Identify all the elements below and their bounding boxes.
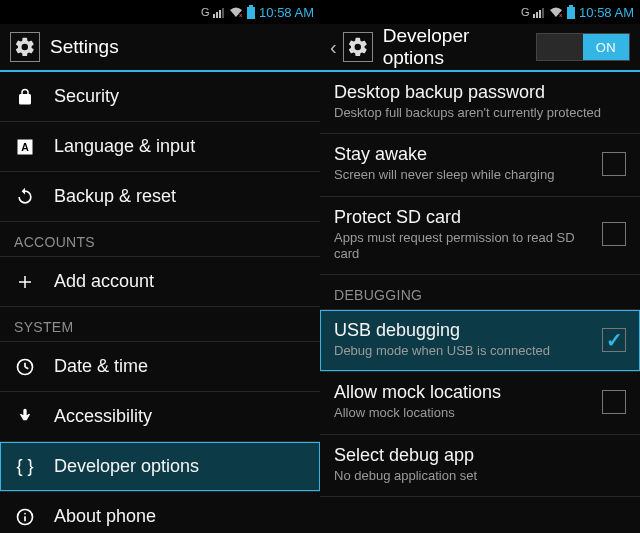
wifi-icon: x: [549, 6, 563, 18]
svg-rect-22: [569, 5, 573, 7]
row-usb-debugging[interactable]: USB debugging Debug mode when USB is con…: [320, 310, 640, 372]
svg-rect-0: [213, 14, 215, 18]
svg-point-16: [24, 512, 26, 514]
row-label: Language & input: [54, 136, 195, 157]
checkbox-protect-sd[interactable]: [602, 222, 626, 246]
refresh-icon: [14, 187, 36, 207]
battery-icon: [567, 5, 575, 19]
row-label: About phone: [54, 506, 156, 527]
info-icon: [14, 507, 36, 527]
svg-rect-17: [533, 14, 535, 18]
row-protect-sd-card[interactable]: Protect SD card Apps must request permis…: [320, 197, 640, 276]
lock-icon: [14, 88, 36, 106]
row-developer-options[interactable]: { } Developer options: [0, 442, 320, 492]
row-subtitle: No debug application set: [334, 468, 626, 484]
svg-line-13: [25, 367, 28, 369]
carrier-indicator: G: [521, 6, 529, 18]
settings-gear-icon[interactable]: [343, 32, 373, 62]
phone-developer-options: G x 10:58 AM ‹ Developer options ON Desk…: [320, 0, 640, 533]
battery-icon: [247, 5, 255, 19]
row-subtitle: Debug mode when USB is connected: [334, 343, 592, 359]
status-bar: G x 10:58 AM: [0, 0, 320, 24]
row-title: Stay awake: [334, 144, 592, 165]
row-select-debug-app[interactable]: Select debug app No debug application se…: [320, 435, 640, 497]
svg-rect-18: [536, 12, 538, 18]
row-title: Allow mock locations: [334, 382, 592, 403]
section-debugging: DEBUGGING: [320, 275, 640, 310]
svg-rect-23: [567, 7, 575, 19]
row-about-phone[interactable]: About phone: [0, 492, 320, 533]
section-system: SYSTEM: [0, 307, 320, 342]
row-label: Accessibility: [54, 406, 152, 427]
row-subtitle: Apps must request permission to read SD …: [334, 230, 592, 263]
clock-icon: [14, 357, 36, 377]
svg-rect-5: [249, 5, 253, 7]
carrier-indicator: G: [201, 6, 209, 18]
row-desktop-backup-password[interactable]: Desktop backup password Desktop full bac…: [320, 72, 640, 134]
svg-rect-2: [219, 10, 221, 18]
row-title: Desktop backup password: [334, 82, 626, 103]
row-security[interactable]: Security: [0, 72, 320, 122]
row-add-account[interactable]: Add account: [0, 257, 320, 307]
row-label: Developer options: [54, 456, 199, 477]
signal-icon: [213, 6, 225, 18]
row-label: Add account: [54, 271, 154, 292]
signal-icon: [533, 6, 545, 18]
checkbox-usb-debugging[interactable]: [602, 328, 626, 352]
row-backup[interactable]: Backup & reset: [0, 172, 320, 222]
header: ‹ Developer options ON: [320, 24, 640, 72]
svg-rect-1: [216, 12, 218, 18]
row-subtitle: Screen will never sleep while charging: [334, 167, 592, 183]
svg-text:A: A: [21, 140, 29, 152]
checkbox-mock-locations[interactable]: [602, 390, 626, 414]
row-allow-mock-locations[interactable]: Allow mock locations Allow mock location…: [320, 372, 640, 434]
checkbox-stay-awake[interactable]: [602, 152, 626, 176]
header: Settings: [0, 24, 320, 72]
a-box-icon: A: [14, 138, 36, 156]
toggle-on-side: ON: [583, 34, 629, 60]
clock: 10:58 AM: [259, 5, 314, 20]
settings-gear-icon: [10, 32, 40, 62]
back-icon[interactable]: ‹: [330, 36, 337, 59]
row-label: Date & time: [54, 356, 148, 377]
row-title: Select debug app: [334, 445, 626, 466]
page-title: Settings: [50, 36, 310, 58]
svg-rect-20: [542, 8, 544, 18]
row-title: USB debugging: [334, 320, 592, 341]
status-bar: G x 10:58 AM: [320, 0, 640, 24]
svg-text:x: x: [559, 12, 563, 18]
page-title: Developer options: [383, 25, 526, 69]
svg-rect-6: [247, 7, 255, 19]
row-label: Security: [54, 86, 119, 107]
phone-settings: G x 10:58 AM Settings Security A Langua: [0, 0, 320, 533]
row-language[interactable]: A Language & input: [0, 122, 320, 172]
svg-text:x: x: [239, 12, 243, 18]
plus-icon: [14, 273, 36, 291]
row-title: Protect SD card: [334, 207, 592, 228]
row-date-time[interactable]: Date & time: [0, 342, 320, 392]
svg-rect-3: [222, 8, 224, 18]
hand-icon: [14, 407, 36, 427]
row-label: Backup & reset: [54, 186, 176, 207]
settings-list[interactable]: Security A Language & input Backup & res…: [0, 72, 320, 533]
clock: 10:58 AM: [579, 5, 634, 20]
row-accessibility[interactable]: Accessibility: [0, 392, 320, 442]
toggle-off-side: [537, 34, 583, 60]
row-stay-awake[interactable]: Stay awake Screen will never sleep while…: [320, 134, 640, 196]
row-subtitle: Desktop full backups aren't currently pr…: [334, 105, 626, 121]
braces-icon: { }: [14, 456, 36, 477]
section-accounts: ACCOUNTS: [0, 222, 320, 257]
developer-options-toggle[interactable]: ON: [536, 33, 630, 61]
wifi-icon: x: [229, 6, 243, 18]
row-subtitle: Allow mock locations: [334, 405, 592, 421]
svg-rect-19: [539, 10, 541, 18]
developer-options-list[interactable]: Desktop backup password Desktop full bac…: [320, 72, 640, 497]
